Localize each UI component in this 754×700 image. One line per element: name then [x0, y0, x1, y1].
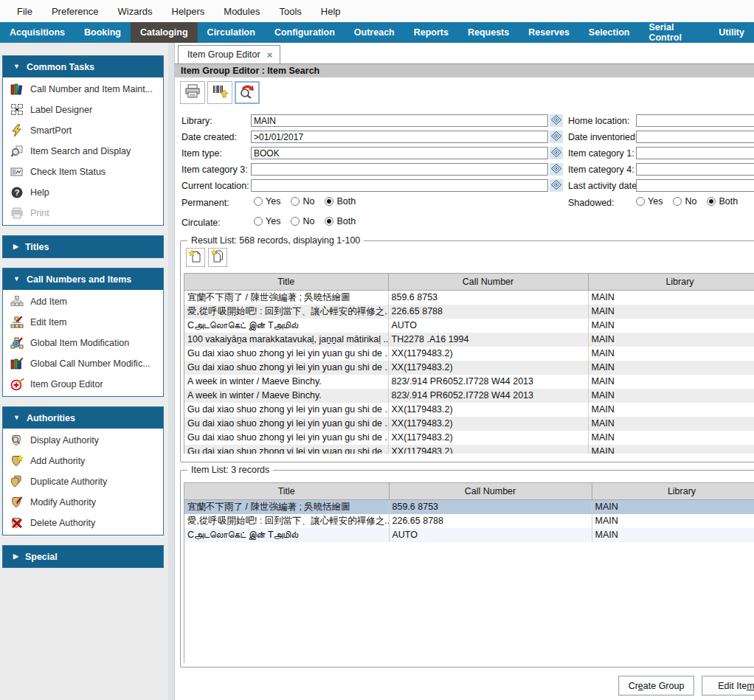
radio-no[interactable]: No [291, 196, 314, 207]
sidebar-item-item-group-editor[interactable]: Item Group Editor [3, 374, 163, 395]
module-tab-selection[interactable]: Selection [579, 22, 640, 43]
barcode-upload-button[interactable] [207, 81, 232, 104]
sidebar-item-duplicate-authority[interactable]: Duplicate Authority [3, 471, 163, 492]
sidebar-item-add-authority[interactable]: Add Authority [3, 451, 163, 471]
item-search-button[interactable] [235, 81, 260, 104]
field-input-item-type-[interactable] [251, 147, 548, 159]
radio-circle[interactable] [325, 197, 333, 206]
sidebar-item-smartport[interactable]: SmartPort [3, 120, 163, 141]
column-header-library[interactable]: Library [592, 483, 754, 500]
sidebar-item-global-item-modification[interactable]: Global Item Modification [3, 333, 163, 353]
gadget-item-category-3-[interactable] [550, 163, 563, 176]
table-row[interactable]: 愛,從呼吸開始吧! : 回到當下、讓心輕安的禪修之...226.65 8788M… [184, 305, 754, 319]
table-row[interactable]: Cஅடலொகெட் இன் Tஅமில்AUTOMAIN [184, 528, 754, 542]
module-tab-requests[interactable]: Requests [458, 22, 519, 43]
gadget-date-created-[interactable] [550, 131, 563, 143]
radio-no[interactable]: No [291, 216, 314, 226]
table-row[interactable]: 宜蘭不下雨了 / 陳世強編著 ; 吳曉恬繪圖859.6 8753MAIN [184, 500, 754, 514]
sidebar-item-item-search-and-display[interactable]: Item Search and Display [3, 141, 163, 162]
result-list-grid[interactable]: TitleCall NumberLibrary宜蘭不下雨了 / 陳世強編著 ; … [184, 273, 754, 454]
sidebar-item-check-item-status[interactable]: Check Item Status [3, 162, 163, 182]
gadget-item-type-[interactable] [550, 147, 563, 159]
section-header[interactable]: ▼Authorities [3, 407, 163, 429]
create-group-button[interactable]: Create Group [618, 676, 694, 696]
sidebar-item-delete-authority[interactable]: Delete Authority [3, 513, 163, 533]
module-tab-reserves[interactable]: Reserves [519, 22, 579, 43]
menu-tools[interactable]: Tools [269, 3, 311, 20]
sidebar-item-display-authority[interactable]: Display Authority [3, 430, 163, 451]
module-tab-booking[interactable]: Booking [75, 22, 131, 43]
menu-file[interactable]: File [7, 3, 42, 20]
edit-items-button[interactable]: Edit Items [702, 676, 754, 696]
section-header[interactable]: ▼Call Numbers and Items [3, 268, 163, 290]
menu-preference[interactable]: Preference [42, 3, 108, 20]
gadget-current-location-[interactable] [550, 179, 563, 192]
module-tab-cataloging[interactable]: Cataloging [131, 22, 198, 43]
field-input-current-location-[interactable] [251, 179, 548, 192]
field-input-item-category-1-[interactable] [636, 147, 754, 159]
sidebar-item-modify-authority[interactable]: Modify Authority [3, 492, 163, 513]
radio-circle[interactable] [291, 217, 300, 226]
section-header[interactable]: ▶Titles [3, 236, 163, 257]
sidebar-divider[interactable] [168, 43, 175, 700]
module-tab-serial-control[interactable]: Serial Control [639, 22, 709, 43]
section-header[interactable]: ▼Common Tasks [3, 56, 163, 77]
section-header[interactable]: ▶Special [3, 546, 163, 567]
module-tab-reports[interactable]: Reports [404, 22, 458, 43]
table-row[interactable]: A week in winter / Maeve Binchy.823/.914… [184, 389, 754, 403]
print-button[interactable] [180, 81, 205, 104]
table-row[interactable]: 愛,從呼吸開始吧! : 回到當下、讓心輕安的禪修之...226.65 8788M… [184, 514, 754, 528]
radio-yes[interactable]: Yes [254, 196, 280, 207]
column-header-title[interactable]: Title [184, 274, 388, 291]
radio-both[interactable]: Both [325, 216, 356, 226]
menu-helpers[interactable]: Helpers [162, 3, 215, 20]
workspace-tab-item-group-editor[interactable]: Item Group Editor × [178, 45, 280, 63]
sidebar-item-global-call-number-modific[interactable]: Global Call Number Modific... [3, 353, 163, 374]
table-row[interactable]: Gu dai xiao shuo zhong yi lei yin yuan g… [184, 403, 754, 417]
table-row[interactable]: Gu dai xiao shuo zhong yi lei yin yuan g… [184, 417, 754, 431]
radio-both[interactable]: Both [707, 196, 738, 207]
add-all-to-group-button[interactable] [208, 248, 227, 267]
radio-no[interactable]: No [673, 196, 696, 207]
field-input-last-activity-date-[interactable] [636, 179, 754, 192]
table-row[interactable]: Cஅடலொகெட் இன் Tஅமில்AUTOMAIN [184, 319, 754, 333]
field-input-library-[interactable] [251, 114, 548, 127]
module-tab-circulation[interactable]: Circulation [198, 22, 265, 43]
sidebar-item-call-number-and-item-maint[interactable]: Call Number and Item Maint... [3, 79, 163, 100]
sidebar-item-add-item[interactable]: Add Item [3, 291, 163, 312]
field-input-home-location-[interactable] [636, 114, 754, 127]
module-tab-outreach[interactable]: Outreach [345, 22, 404, 43]
item-list-grid[interactable]: TitleCall NumberLibrary宜蘭不下雨了 / 陳世強編著 ; … [184, 482, 754, 663]
menu-wizards[interactable]: Wizards [108, 3, 162, 20]
column-header-call-number[interactable]: Call Number [389, 483, 592, 500]
menu-modules[interactable]: Modules [214, 3, 269, 20]
field-input-date-inventoried-[interactable] [636, 131, 754, 143]
table-row[interactable]: Gu dai xiao shuo zhong yi lei yin yuan g… [184, 361, 754, 375]
radio-yes[interactable]: Yes [254, 216, 280, 226]
radio-circle[interactable] [673, 197, 682, 206]
table-row[interactable]: 宜蘭不下雨了 / 陳世強編著 ; 吳曉恬繪圖859.6 8753MAIN [184, 291, 754, 305]
column-header-title[interactable]: Title [184, 483, 389, 500]
radio-circle[interactable] [707, 197, 716, 206]
column-header-library[interactable]: Library [588, 274, 754, 291]
table-row[interactable]: 100 vakaiyāṉa marakkatavukaḷ, jaṉṉal māt… [184, 333, 754, 347]
module-tab-configuration[interactable]: Configuration [265, 22, 345, 43]
radio-circle[interactable] [254, 217, 263, 226]
table-row[interactable]: Gu dai xiao shuo zhong yi lei yin yuan g… [184, 431, 754, 445]
table-row[interactable]: A week in winter / Maeve Binchy.823/.914… [184, 375, 754, 389]
gadget-library-[interactable] [550, 114, 563, 127]
menu-help[interactable]: Help [311, 3, 350, 20]
radio-circle[interactable] [636, 197, 645, 206]
table-row[interactable]: Gu dai xiao shuo zhong yi lei yin yuan g… [184, 445, 754, 454]
field-input-date-created-[interactable] [251, 131, 548, 143]
table-row[interactable]: Gu dai xiao shuo zhong yi lei yin yuan g… [184, 347, 754, 361]
module-tab-utility[interactable]: Utility [709, 22, 754, 43]
field-input-item-category-3-[interactable] [251, 163, 548, 176]
field-input-item-category-4-[interactable] [636, 163, 754, 176]
close-tab-icon[interactable]: × [267, 49, 273, 60]
column-header-call-number[interactable]: Call Number [388, 274, 588, 291]
module-tab-acquisitions[interactable]: Acquisitions [0, 22, 75, 43]
add-to-group-button[interactable] [186, 248, 205, 267]
radio-yes[interactable]: Yes [636, 196, 663, 207]
radio-circle[interactable] [254, 197, 263, 206]
